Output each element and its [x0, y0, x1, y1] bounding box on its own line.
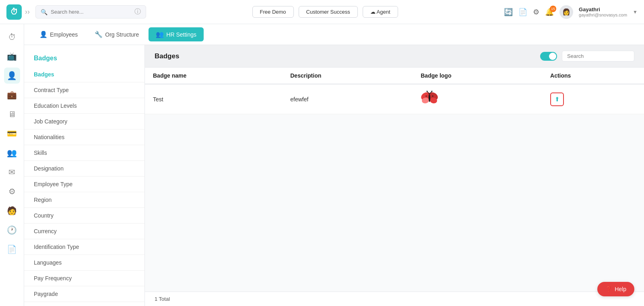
- topbar-center: Free Demo Customer Success ☁ Agent: [146, 6, 504, 18]
- avatar: 👩: [559, 5, 573, 19]
- col-badge-logo: Badge logo: [413, 68, 542, 84]
- user-info: Gayathri gayathri@snovasys.com: [579, 6, 627, 17]
- cell-badge-name: Test: [145, 84, 282, 114]
- sidebar-item-settings[interactable]: ⚙: [4, 183, 20, 199]
- agent-button[interactable]: ☁ Agent: [363, 6, 398, 18]
- active-toggle[interactable]: [540, 52, 557, 61]
- menu-item-pay-frequency[interactable]: Pay Frequency: [24, 271, 144, 286]
- menu-item-employee-type[interactable]: Employee Type: [24, 177, 144, 192]
- help-label: Help: [615, 286, 626, 292]
- svg-point-4: [429, 94, 430, 102]
- menu-item-education-levels[interactable]: Education Levels: [24, 98, 144, 114]
- topbar: ⏱ ›› 🔍 ⓘ Free Demo Customer Success ☁ Ag…: [0, 0, 644, 24]
- badge-logo-container: [421, 89, 534, 109]
- agent-icon: ☁: [370, 9, 376, 15]
- sidebar-item-doc[interactable]: 📄: [4, 241, 20, 257]
- main-area: 👤 Employees 🔧 Org Structure 👥 HR Setting…: [24, 24, 644, 306]
- help-icon: ❓: [605, 286, 612, 292]
- user-email: gayathri@snovasys.com: [579, 12, 627, 17]
- sidebar-item-group[interactable]: 👥: [4, 145, 20, 161]
- app-logo[interactable]: ⏱: [6, 4, 22, 20]
- global-search-box: 🔍 ⓘ: [35, 5, 146, 18]
- col-actions: Actions: [542, 68, 644, 84]
- tab-employees[interactable]: 👤 Employees: [32, 27, 85, 41]
- nav-dots[interactable]: ››: [25, 8, 30, 16]
- logo-icon: ⏱: [10, 7, 18, 16]
- tab-org-structure[interactable]: 🔧 Org Structure: [87, 27, 146, 41]
- content-area: Badges Badges Contract Type Education Le…: [24, 45, 644, 306]
- refresh-icon[interactable]: 🔄: [504, 8, 513, 16]
- user-dropdown-icon[interactable]: ▼: [633, 9, 638, 15]
- search-input[interactable]: [51, 9, 131, 15]
- panel-title: Badges: [155, 52, 179, 60]
- user-name: Gayathri: [579, 6, 627, 12]
- document-icon[interactable]: 📄: [518, 8, 527, 16]
- notification-badge: 15: [550, 6, 556, 12]
- menu-item-region[interactable]: Region: [24, 192, 144, 208]
- edit-action-button[interactable]: ⬆: [550, 92, 564, 106]
- help-button[interactable]: ❓ Help: [597, 282, 634, 296]
- tab-employees-label: Employees: [50, 31, 78, 38]
- customer-success-button[interactable]: Customer Success: [299, 6, 358, 18]
- main-panel: Badges: [145, 45, 644, 306]
- left-menu: Badges Badges Contract Type Education Le…: [24, 45, 145, 306]
- menu-item-job-category[interactable]: Job Category: [24, 114, 144, 129]
- svg-point-7: [427, 91, 428, 92]
- menu-item-paygrade[interactable]: Paygrade: [24, 286, 144, 302]
- sidebar-item-card[interactable]: 💳: [4, 125, 20, 142]
- bell-icon[interactable]: 🔔 15: [545, 8, 554, 16]
- total-count: 1 Total: [155, 296, 170, 302]
- panel-search-box: [562, 51, 634, 62]
- col-description: Description: [282, 68, 413, 84]
- upload-icon: ⬆: [555, 96, 560, 103]
- svg-point-9: [425, 95, 427, 97]
- menu-item-country[interactable]: Country: [24, 208, 144, 224]
- sidebar-item-clock[interactable]: ⏱: [4, 29, 20, 45]
- org-tab-icon: 🔧: [95, 31, 103, 38]
- menu-item-badges[interactable]: Badges: [24, 67, 144, 82]
- sidebar-item-time[interactable]: 🕐: [4, 222, 20, 238]
- table-row: Test efewfef: [145, 84, 644, 114]
- menu-item-designation[interactable]: Designation: [24, 161, 144, 177]
- info-icon[interactable]: ⓘ: [134, 8, 141, 16]
- icon-sidebar: ⏱ 📺 👤 💼 🖥 💳 👥 ✉ ⚙ 🧑 🕐 📄: [0, 24, 24, 306]
- panel-footer: 1 Total: [145, 292, 644, 306]
- tab-hr-label: HR Settings: [166, 31, 196, 38]
- cell-badge-logo: [413, 84, 542, 114]
- hr-tab-icon: 👥: [156, 31, 164, 38]
- sidebar-item-monitor[interactable]: 🖥: [4, 106, 20, 122]
- free-demo-button[interactable]: Free Demo: [252, 6, 294, 18]
- sidebar-item-user[interactable]: 👤: [4, 68, 20, 84]
- menu-item-languages[interactable]: Languages: [24, 255, 144, 271]
- topbar-right: 🔄 📄 ⚙ 🔔 15 👩 Gayathri gayathri@snovasys.…: [504, 5, 638, 19]
- menu-item-skills[interactable]: Skills: [24, 145, 144, 161]
- menu-item-identification-type[interactable]: Identification Type: [24, 239, 144, 255]
- svg-point-10: [432, 95, 433, 97]
- menu-item-nationalities[interactable]: Nationalities: [24, 129, 144, 145]
- panel-header-right: [540, 51, 634, 62]
- badges-table: Badge name Description Badge logo Action…: [145, 68, 644, 114]
- toggle-circle: [549, 53, 556, 60]
- search-icon: 🔍: [41, 9, 47, 15]
- tab-hr-settings[interactable]: 👥 HR Settings: [149, 27, 204, 41]
- sidebar-item-tv[interactable]: 📺: [4, 48, 20, 64]
- gear-icon[interactable]: ⚙: [533, 8, 539, 16]
- col-badge-name: Badge name: [145, 68, 282, 84]
- left-menu-title: Badges: [24, 51, 144, 67]
- toggle-wrapper: [540, 52, 557, 61]
- sidebar-item-mail[interactable]: ✉: [4, 164, 20, 180]
- menu-item-contract-type[interactable]: Contract Type: [24, 82, 144, 98]
- cell-description: efewfef: [282, 84, 413, 114]
- tab-org-label: Org Structure: [105, 31, 139, 38]
- menu-item-currency[interactable]: Currency: [24, 224, 144, 239]
- butterfly-icon: [421, 89, 438, 109]
- tabs-bar: 👤 Employees 🔧 Org Structure 👥 HR Setting…: [24, 24, 644, 45]
- panel-search-input[interactable]: [567, 53, 623, 59]
- sidebar-item-briefcase[interactable]: 💼: [4, 87, 20, 103]
- sidebar-item-person[interactable]: 🧑: [4, 203, 20, 219]
- table-container: Badge name Description Badge logo Action…: [145, 68, 644, 292]
- panel-header: Badges: [145, 45, 644, 68]
- cell-actions: ⬆: [542, 84, 644, 114]
- svg-point-8: [431, 91, 433, 92]
- employees-tab-icon: 👤: [39, 31, 47, 38]
